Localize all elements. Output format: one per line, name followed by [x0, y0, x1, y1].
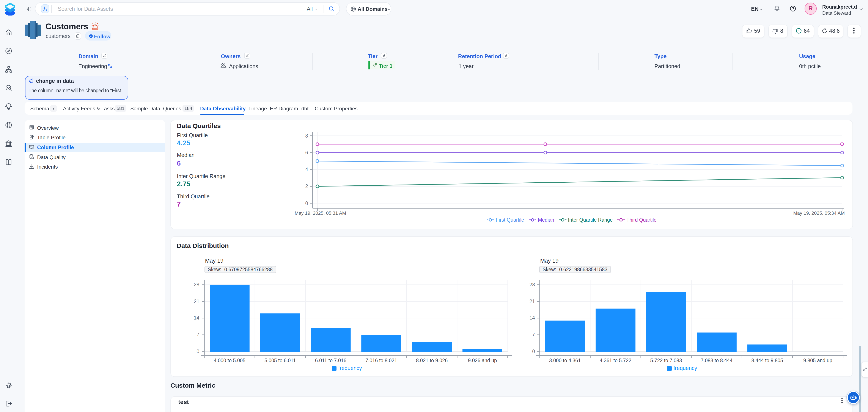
svg-text:4: 4: [305, 167, 308, 172]
svg-text:8: 8: [305, 133, 308, 139]
svg-text:0: 0: [305, 200, 308, 206]
svg-text:2: 2: [305, 184, 308, 189]
svg-text:6: 6: [305, 150, 308, 155]
